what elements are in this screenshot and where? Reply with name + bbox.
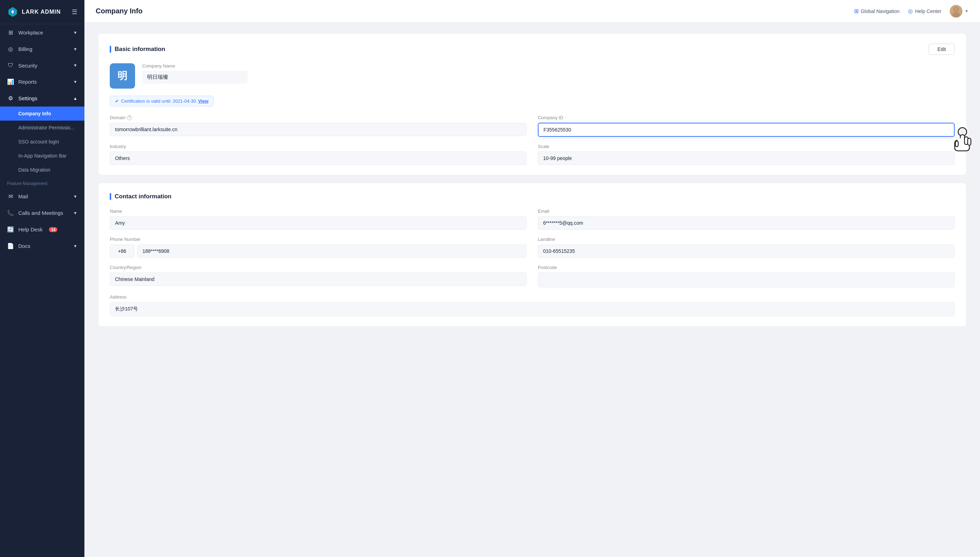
svg-rect-10 xyxy=(960,135,965,145)
name-group: Name Amy xyxy=(110,208,527,230)
edit-button[interactable]: Edit xyxy=(929,44,955,55)
user-avatar-wrap[interactable]: ▼ xyxy=(950,5,969,18)
domain-label-text: Domain xyxy=(110,115,126,120)
global-nav-button[interactable]: ⊞ Global Navigation xyxy=(854,8,900,15)
scale-group: Scale 10-99 people xyxy=(538,144,955,165)
security-icon: 🛡 xyxy=(7,62,14,68)
company-name-value: 明日瑞璨 xyxy=(142,71,248,84)
domain-help-icon[interactable]: ? xyxy=(127,115,132,120)
contact-info-title-text: Contact information xyxy=(115,193,172,200)
company-logo-char: 明 xyxy=(117,69,127,83)
address-group: Address 长沙107号 xyxy=(110,294,955,316)
sidebar-item-security[interactable]: 🛡 Security ▼ xyxy=(0,57,85,73)
sidebar-item-mail[interactable]: ✉ Mail ▼ xyxy=(0,188,85,205)
helpdesk-label: Help Desk xyxy=(18,226,42,233)
docs-label: Docs xyxy=(18,243,30,249)
landline-value: 010-65515235 xyxy=(538,244,955,258)
svg-point-9 xyxy=(958,128,967,136)
contact-info-title: Contact information xyxy=(110,193,172,200)
docs-icon: 📄 xyxy=(7,243,14,249)
company-name-label: Company Name xyxy=(142,63,248,68)
sidebar-item-workplace[interactable]: ⊞ Workplace ▼ xyxy=(0,24,85,41)
billing-icon: ◎ xyxy=(7,46,14,52)
calls-label: Calls and Meetings xyxy=(18,210,63,216)
phone-group: Phone Number +86 188****6908 xyxy=(110,237,527,258)
postcode-group: Postcode xyxy=(538,265,955,287)
settings-arrow: ▲ xyxy=(73,96,77,101)
help-center-button[interactable]: ◎ Help Center xyxy=(908,8,941,15)
hamburger-icon[interactable]: ☰ xyxy=(72,8,77,16)
security-arrow: ▼ xyxy=(73,63,77,68)
cert-view-link[interactable]: View xyxy=(198,98,208,104)
landline-label: Landline xyxy=(538,237,955,242)
scale-label: Scale xyxy=(538,144,955,149)
company-logo-row: 明 Company Name 明日瑞璨 xyxy=(110,63,955,89)
reports-arrow: ▼ xyxy=(73,80,77,85)
global-nav-label: Global Navigation xyxy=(861,8,900,14)
help-center-label: Help Center xyxy=(915,8,941,14)
sub-nav-admin-permissions[interactable]: Administrator Permissio... xyxy=(0,121,85,135)
sidebar-item-billing[interactable]: ◎ Billing ▼ xyxy=(0,41,85,57)
avatar xyxy=(950,5,962,18)
page-title: Company Info xyxy=(96,7,854,15)
nav-bar-label: In-App Navigation Bar xyxy=(18,153,67,159)
sidebar: LARK ADMIN ☰ ⊞ Workplace ▼ ◎ Billing ▼ 🛡… xyxy=(0,0,85,557)
helpdesk-badge: 14 xyxy=(49,227,57,232)
email-value: 6*******5@qq.com xyxy=(538,216,955,230)
svg-point-8 xyxy=(957,126,968,137)
mail-icon: ✉ xyxy=(7,193,14,200)
sidebar-item-docs[interactable]: 📄 Docs ▼ xyxy=(0,238,85,254)
contact-info-header: Contact information xyxy=(110,193,955,200)
name-label: Name xyxy=(110,208,527,214)
helpdesk-icon: 🔄 xyxy=(7,226,14,233)
sub-nav-company-info[interactable]: Company Info xyxy=(0,107,85,121)
phone-row: +86 188****6908 xyxy=(110,244,527,258)
workplace-arrow: ▼ xyxy=(73,30,77,35)
sub-nav-sso[interactable]: SSO account login xyxy=(0,135,85,149)
email-label: Email xyxy=(538,208,955,214)
svg-rect-13 xyxy=(956,141,958,147)
cert-text: Certification is valid until: 2021-04-30 xyxy=(121,98,196,104)
svg-point-6 xyxy=(954,7,958,11)
contact-section-bar xyxy=(110,193,111,200)
feature-management-label: Feature Management xyxy=(0,177,85,188)
lark-logo-icon xyxy=(7,7,18,18)
section-bar-indicator xyxy=(110,46,111,53)
scale-value: 10-99 people xyxy=(538,151,955,165)
sidebar-item-helpdesk[interactable]: 🔄 Help Desk 14 xyxy=(0,221,85,238)
mail-arrow: ▼ xyxy=(73,194,77,199)
phone-number: 188****6908 xyxy=(137,244,527,258)
mail-label: Mail xyxy=(18,194,28,199)
basic-info-header: Basic information Edit xyxy=(110,44,955,55)
reports-label: Reports xyxy=(18,79,37,85)
sso-label: SSO account login xyxy=(18,139,59,145)
workplace-icon: ⊞ xyxy=(7,29,14,36)
sub-nav-nav-bar[interactable]: In-App Navigation Bar xyxy=(0,149,85,163)
main-wrapper: Company Info ⊞ Global Navigation ◎ Help … xyxy=(85,0,980,557)
cert-check-icon: ✔ xyxy=(115,98,119,104)
reports-icon: 📊 xyxy=(7,78,14,85)
industry-group: Industry Others xyxy=(110,144,527,165)
app-name: LARK ADMIN xyxy=(22,9,61,15)
avatar-image xyxy=(950,5,962,18)
company-id-value: F355625530 xyxy=(538,123,955,137)
sidebar-item-reports[interactable]: 📊 Reports ▼ xyxy=(0,73,85,90)
domain-value: tomorrowbrilliant.larksuite.cn xyxy=(110,123,527,136)
industry-label: Industry xyxy=(110,144,527,149)
basic-info-form-grid: Domain ? tomorrowbrilliant.larksuite.cn … xyxy=(110,115,955,165)
country-value: Chinese Mainland xyxy=(110,272,527,286)
basic-info-title: Basic information xyxy=(110,46,165,53)
address-value: 长沙107号 xyxy=(110,302,955,316)
basic-info-title-text: Basic information xyxy=(115,46,165,53)
contact-form-grid: Name Amy Email 6*******5@qq.com Phone Nu… xyxy=(110,208,955,316)
sub-nav-data-migration[interactable]: Data Migration xyxy=(0,163,85,177)
workplace-label: Workplace xyxy=(18,29,43,36)
phone-prefix: +86 xyxy=(110,244,134,258)
header: Company Info ⊞ Global Navigation ◎ Help … xyxy=(85,0,980,23)
sidebar-item-calls[interactable]: 📞 Calls and Meetings ▼ xyxy=(0,205,85,221)
sidebar-item-settings[interactable]: ⚙ Settings ▲ xyxy=(0,90,85,107)
data-migration-label: Data Migration xyxy=(18,167,50,173)
country-group: Country/Region Chinese Mainland xyxy=(110,265,527,287)
svg-rect-11 xyxy=(965,137,968,145)
svg-point-7 xyxy=(952,12,960,17)
